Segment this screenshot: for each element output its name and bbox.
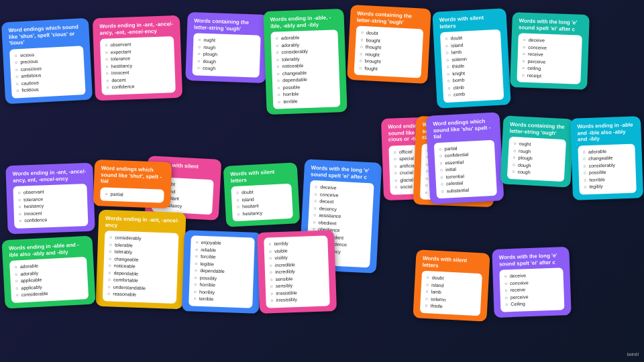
- card-item: confidence: [106, 82, 170, 91]
- card-card10: Word endings which sound like 'shut', sp…: [93, 160, 172, 208]
- card-title-card15: Word endings which sound like 'shu' spel…: [433, 118, 494, 140]
- card-title-card12: Words with the long 'e' sound spelt 'ei'…: [311, 165, 375, 181]
- card-item: partial: [105, 190, 159, 199]
- card-item: reasonable: [107, 290, 172, 300]
- card-card5: Words containing the letter-string 'ough…: [347, 5, 431, 84]
- card-item: legibly: [584, 182, 631, 191]
- card-body-card9: observanttolerancehesitancyinnocentconfi…: [13, 184, 88, 228]
- card-body-card20: enjoyablereliableforciblelegibledependab…: [189, 235, 255, 308]
- card-item: confidence: [19, 215, 83, 225]
- card-body-card15: partialconfidentialessentialinitialtorre…: [434, 139, 497, 198]
- card-card3: Words containing the letter-string 'ough…: [185, 12, 268, 83]
- card-body-card5: doubtboughtthoughtnoughtbroughtfought: [354, 26, 424, 78]
- card-title-card17: Words ending in -able and -ible also -ab…: [577, 122, 635, 143]
- card-title-card1: Word endings which sound like 'shus', sp…: [8, 23, 83, 46]
- card-body-card2: observantexpectanttolerancehestitancyinn…: [100, 36, 176, 95]
- card-card7: Words with the long 'e' sound spelt 'ei'…: [510, 12, 590, 90]
- card-body-card1: viciouspreciousconsciousambitiouscautiou…: [9, 46, 86, 99]
- card-item: terrible: [193, 296, 248, 304]
- card-body-card19: adorableadorablyapplicableapplicablycons…: [9, 257, 89, 302]
- card-body-card17: adorablechangeableconsiderablypossibleho…: [578, 143, 636, 194]
- card-body-card3: oughtroughploughdoughcough: [193, 33, 261, 77]
- card-title-card7: Words with the long 'e' sound spelt 'ei'…: [519, 17, 583, 32]
- card-body-card16: oughtroughploughdoughcough: [507, 137, 566, 182]
- card-title-card6: Words with silent letters: [439, 14, 500, 30]
- card-title-card2: Words ending in -ant, -ance/-ancy, -ent,…: [99, 21, 174, 36]
- card-item: terrible: [278, 97, 335, 105]
- card-card21: terriblyvisiblevisiblyincredibleincredib…: [257, 230, 337, 313]
- card-card19: Words ending in -able and -ible also -ab…: [1, 236, 95, 309]
- card-title-card11: Words with silent letters: [230, 168, 291, 184]
- card-item: Ceiling: [505, 300, 559, 308]
- card-title-card22: Words with silent letters: [422, 255, 483, 272]
- card-card1: Word endings which sound like 'shus', sp…: [1, 18, 93, 104]
- card-card18: Words ending in -ant, -ance/-ancyconside…: [96, 210, 186, 309]
- card-title-card9: Words ending in -ant, -ance/-ancy, ent, …: [13, 168, 87, 184]
- logo-text: twinkl: [627, 352, 639, 357]
- card-body-card22: doubtislandlambsolemnthistle: [420, 271, 482, 316]
- card-card9: Words ending in -ant, -ance/-ancy, ent, …: [5, 163, 95, 234]
- card-card23: Words with the long 'e' sound spelt 'ei'…: [492, 247, 571, 318]
- card-card16: Words containing the letter-string 'ough…: [500, 115, 574, 187]
- card-title-card3: Words containing the letter-string 'ough…: [194, 17, 262, 33]
- card-card20: enjoyablereliableforciblelegibledependab…: [182, 230, 262, 313]
- card-card17: Words ending in -able and -ible also -ab…: [570, 116, 643, 200]
- card-title-card5: Words containing the letter-string 'ough…: [357, 10, 425, 26]
- card-card15: Word endings which sound like 'shu' spel…: [426, 112, 504, 204]
- card-item: cough: [197, 65, 255, 74]
- card-card2: Words ending in -ant, -ance/-ancy, -ent,…: [93, 15, 182, 101]
- card-item: receipt: [522, 72, 576, 80]
- card-title-card19: Words ending in -able and -ible also -ab…: [9, 241, 87, 258]
- card-title-card23: Words with the long 'e' sound spelt 'ei'…: [499, 252, 564, 267]
- card-body-card7: deceiveconceivereceiveperceiveceilingrec…: [517, 34, 582, 84]
- card-card4: Words ending in -able, -ible, -ably and …: [263, 9, 347, 115]
- card-body-card4: adorableadorablyconsiderablytolerablynot…: [270, 29, 340, 109]
- card-body-card18: considerablytolerabletolerablychangeable…: [103, 231, 179, 303]
- card-item: irresistibly: [270, 296, 325, 304]
- card-title-card18: Words ending in -ant, -ance/-ancy: [105, 215, 180, 231]
- card-card11: Words with silent lettersdoubtislandhesi…: [223, 162, 301, 227]
- card-card22: Words with silent lettersdoubtislandlamb…: [413, 249, 490, 321]
- card-title-card10: Word endings which sound like 'shut', sp…: [101, 165, 165, 186]
- card-body-card6: doubtislandlambsolemnthistleknightbombcl…: [440, 29, 504, 103]
- card-title-card16: Words containing the letter-string 'ough…: [509, 121, 567, 137]
- card-title-card4: Words ending in -able, -ible, -ably and …: [270, 14, 338, 29]
- card-body-card23: deceiveconceivereceiveperceiveCeiling: [499, 268, 564, 312]
- card-card6: Words with silent lettersdoubtislandlamb…: [432, 8, 511, 108]
- card-body-card10: partial: [100, 187, 164, 203]
- card-body-card21: terriblyvisiblevisiblyincredibleincredib…: [264, 235, 330, 308]
- card-body-card11: doubtislandhesitanthesitancy: [231, 184, 293, 222]
